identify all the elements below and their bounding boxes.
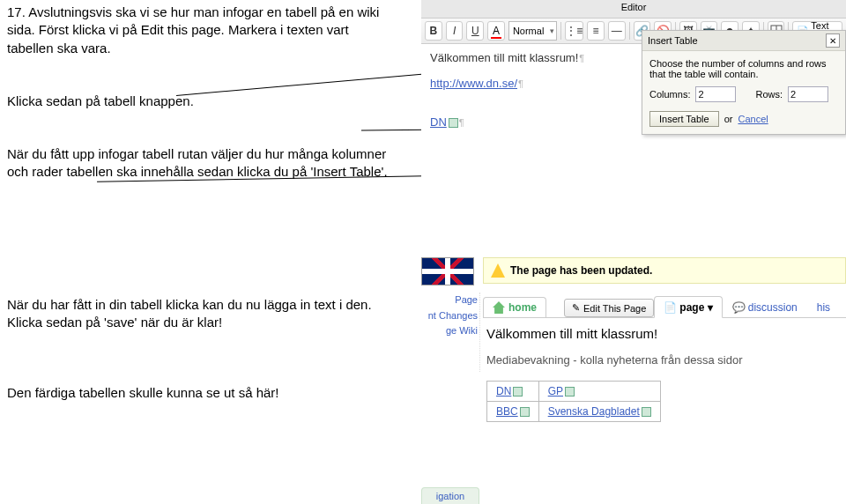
text-color-button[interactable]: A xyxy=(487,21,505,41)
editor-text-welcome: Välkommen till mitt klassrum! xyxy=(430,51,578,64)
columns-label: Columns: xyxy=(649,89,690,100)
insert-table-button[interactable]: Insert Table xyxy=(649,111,719,127)
style-select[interactable]: Normal xyxy=(508,21,557,41)
wiki-sidebar: Page nt Changes ge Wiki xyxy=(421,293,480,372)
popup-title: Insert Table xyxy=(648,35,698,46)
external-link-icon xyxy=(520,407,530,417)
home-tab[interactable]: home xyxy=(483,297,546,317)
hr-button[interactable]: — xyxy=(608,21,626,41)
editor-link-dn-url[interactable]: http://www.dn.se/ xyxy=(430,77,517,90)
edit-this-page-button[interactable]: ✎ Edit This Page xyxy=(564,299,654,317)
home-icon xyxy=(493,301,505,314)
editor-link-dn[interactable]: DN xyxy=(430,115,447,129)
instruction-after-insert: När du har fått in din tabell klicka kan… xyxy=(7,296,395,332)
popup-or-text: or xyxy=(724,114,733,124)
external-link-icon xyxy=(513,387,523,397)
sidebar-item[interactable]: ge Wiki xyxy=(421,323,478,339)
columns-input[interactable] xyxy=(695,86,736,102)
editor-titlebar: Editor xyxy=(421,0,846,19)
insert-table-popup: Insert Table ✕ Choose the number of colu… xyxy=(642,30,846,135)
external-link-icon xyxy=(565,387,575,397)
popup-cancel-link[interactable]: Cancel xyxy=(738,114,768,124)
external-link-icon xyxy=(449,118,458,128)
sidebar-item[interactable]: Page xyxy=(421,293,478,308)
popup-close-button[interactable]: ✕ xyxy=(826,33,840,48)
instruction-finished: Den färdiga tabellen skulle kunna se ut … xyxy=(7,384,395,402)
ol-button[interactable]: ⋮≡ xyxy=(565,21,583,41)
page-updated-alert: The page has been updated. xyxy=(483,257,846,284)
rows-input[interactable] xyxy=(788,86,828,102)
popup-description: Choose the number of columns and rows th… xyxy=(649,58,838,79)
table-row: DN GP xyxy=(487,382,661,402)
rows-label: Rows: xyxy=(755,89,783,100)
warning-icon xyxy=(491,263,505,278)
wiki-footer-tab[interactable]: igation xyxy=(421,487,479,504)
external-link-icon xyxy=(642,407,651,417)
table-row: BBC Svenska Dagbladet xyxy=(487,402,661,422)
table-link[interactable]: BBC xyxy=(496,405,518,418)
toolbar-separator xyxy=(560,22,561,40)
page-icon: 📄 xyxy=(664,301,677,314)
instruction-click-table: Klicka sedan på tabell knappen. xyxy=(7,93,395,110)
instruction-step-17: 17. Avslutningsvis ska vi se hur man inf… xyxy=(7,4,395,57)
toolbar-separator xyxy=(629,22,630,40)
pilcrow-icon: ¶ xyxy=(459,117,464,128)
tab-discussion[interactable]: 💬discussion xyxy=(723,296,807,317)
wiki-links-table: DN GP BBC Svenska Dagbladet xyxy=(486,381,661,422)
wiki-heading: Välkommen till mitt klassrum! xyxy=(486,326,846,341)
italic-button[interactable]: I xyxy=(446,21,464,41)
table-link[interactable]: GP xyxy=(548,385,563,397)
wiki-tabs: home ✎ Edit This Page 📄page ▾ 💬discussio… xyxy=(483,293,846,318)
table-link[interactable]: Svenska Dagbladet xyxy=(548,405,640,418)
underline-button[interactable]: U xyxy=(466,21,484,41)
wiki-content: Välkommen till mitt klassrum! Mediabevak… xyxy=(486,326,846,422)
sidebar-item[interactable]: nt Changes xyxy=(421,308,478,324)
tab-page[interactable]: 📄page ▾ xyxy=(654,296,722,318)
instruction-choose-cols-rows: När du fått upp infogar tabell rutan väl… xyxy=(7,145,395,182)
pilcrow-icon: ¶ xyxy=(579,53,584,63)
table-link[interactable]: DN xyxy=(496,385,511,397)
wiki-panel: The page has been updated. Page nt Chang… xyxy=(421,252,846,504)
pencil-icon: ✎ xyxy=(572,302,580,314)
bold-button[interactable]: B xyxy=(425,21,442,41)
close-icon: ✕ xyxy=(829,36,836,46)
pilcrow-icon: ¶ xyxy=(518,78,523,89)
wiki-subheading: Mediabevakning - kolla nyheterna från de… xyxy=(486,353,846,367)
ul-button[interactable]: ≡ xyxy=(587,21,605,41)
tab-history[interactable]: his xyxy=(807,296,840,317)
discussion-icon: 💬 xyxy=(732,301,746,314)
uk-flag-icon xyxy=(421,257,474,285)
